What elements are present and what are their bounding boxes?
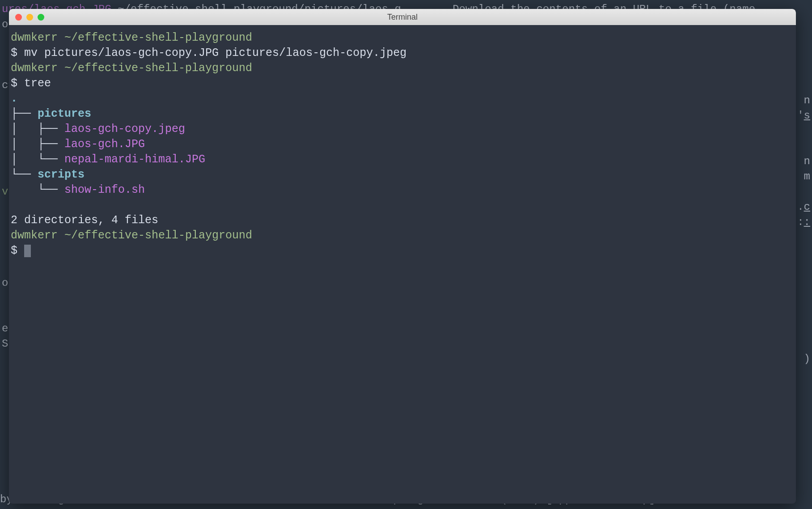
minimize-button[interactable] bbox=[26, 14, 33, 21]
tree-file: laos-gch-copy.jpeg bbox=[64, 123, 185, 136]
title-bar[interactable]: Terminal bbox=[9, 9, 796, 25]
prompt-user: dwmkerr bbox=[11, 31, 58, 44]
prompt-cursor-line[interactable]: $ bbox=[9, 243, 796, 259]
traffic-lights bbox=[15, 14, 44, 21]
prompt-path: ~/effective-shell-playground bbox=[64, 31, 252, 44]
tree-file: laos-gch.JPG bbox=[64, 138, 145, 151]
close-button[interactable] bbox=[15, 14, 22, 21]
cursor bbox=[24, 245, 31, 257]
tree-line: ├── pictures bbox=[9, 106, 796, 122]
prompt-path: ~/effective-shell-playground bbox=[64, 229, 252, 242]
prompt-user: dwmkerr bbox=[11, 62, 58, 75]
command-line: $ tree bbox=[9, 76, 796, 91]
prompt-path: ~/effective-shell-playground bbox=[64, 62, 252, 75]
prompt-symbol: $ bbox=[11, 77, 17, 90]
prompt-symbol: $ bbox=[11, 47, 17, 59]
prompt-line: dwmkerr ~/effective-shell-playground bbox=[9, 228, 796, 243]
tree-line: └── scripts bbox=[9, 167, 796, 182]
tree-file: nepal-mardi-himal.JPG bbox=[64, 153, 205, 166]
terminal-content[interactable]: dwmkerr ~/effective-shell-playground $ m… bbox=[9, 25, 796, 264]
terminal-window: Terminal dwmkerr ~/effective-shell-playg… bbox=[9, 9, 796, 504]
prompt-line: dwmkerr ~/effective-shell-playground bbox=[9, 30, 796, 46]
tree-file: show-info.sh bbox=[64, 183, 145, 196]
tree-line: │ ├── laos-gch-copy.jpeg bbox=[9, 122, 796, 137]
prompt-user: dwmkerr bbox=[11, 229, 58, 242]
tree-line: │ ├── laos-gch.JPG bbox=[9, 137, 796, 152]
tree-dir-pictures: pictures bbox=[38, 107, 91, 120]
prompt-symbol: $ bbox=[11, 244, 17, 257]
window-title: Terminal bbox=[9, 13, 796, 22]
tree-command: tree bbox=[24, 77, 51, 90]
mv-command: mv pictures/laos-gch-copy.JPG pictures/l… bbox=[24, 47, 406, 59]
command-line: $ mv pictures/laos-gch-copy.JPG pictures… bbox=[9, 46, 796, 61]
tree-line: └── show-info.sh bbox=[9, 182, 796, 198]
maximize-button[interactable] bbox=[38, 14, 44, 21]
prompt-line: dwmkerr ~/effective-shell-playground bbox=[9, 61, 796, 76]
tree-dir-scripts: scripts bbox=[38, 168, 85, 181]
tree-summary: 2 directories, 4 files bbox=[9, 213, 796, 228]
tree-root: . bbox=[9, 91, 796, 106]
tree-line: │ └── nepal-mardi-himal.JPG bbox=[9, 152, 796, 167]
